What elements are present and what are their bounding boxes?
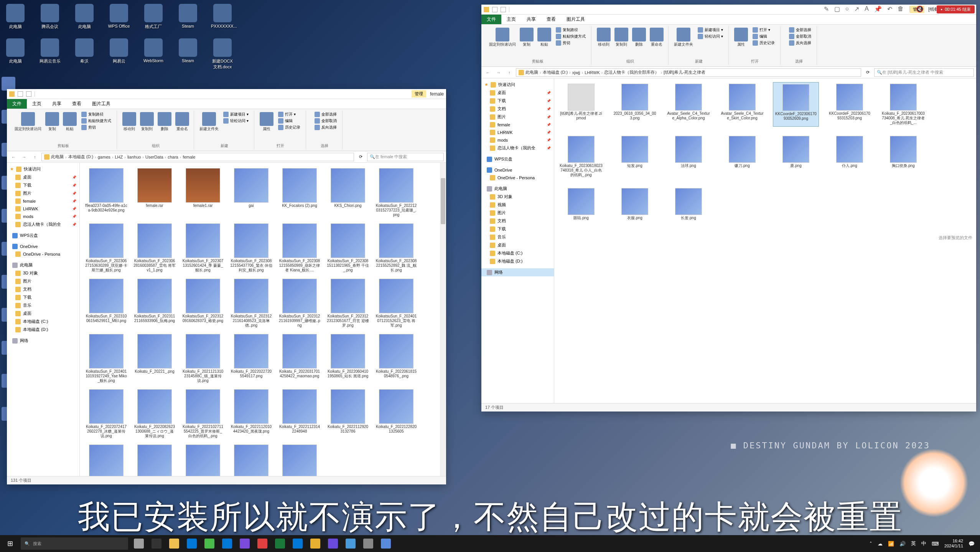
- file-item[interactable]: KoikatsuSun_F_20230815113821965_春野 千佳_.p…: [325, 222, 371, 274]
- desktop-icon[interactable]: Steam: [176, 38, 199, 70]
- sidebar-item[interactable]: 本地磁盘 (C:): [7, 317, 79, 326]
- breadcrumb-item[interactable]: female: [183, 155, 195, 159]
- ribbon-small-button[interactable]: 全部选择: [313, 111, 338, 117]
- ribbon-small-button[interactable]: 反向选择: [313, 124, 338, 131]
- file-item[interactable]: KoikatsuSun_F_20231121165933906_阮梅.png: [132, 277, 177, 329]
- breadcrumb-item[interactable]: LHZ: [115, 155, 123, 159]
- file-item[interactable]: 眼睛.png: [558, 187, 604, 222]
- recording-badge[interactable]: 00:01:45 结束: [937, 5, 975, 13]
- file-item[interactable]: [纸鹤]希儿-死生之律者.zipmod: [558, 82, 604, 127]
- menu-tab[interactable]: 主页: [501, 15, 521, 24]
- refresh-button[interactable]: ⟳: [356, 153, 365, 161]
- file-item[interactable]: KoikatsuSun_F_20221203152737223_珐露珊_.png: [374, 167, 419, 219]
- file-item[interactable]: Koikatu_F_20221120104423420_黑夜珑.png: [229, 388, 274, 440]
- minimize-icon[interactable]: —: [929, 5, 935, 13]
- file-item[interactable]: Koikatu_F_20220724172602278_冰糖_蓬莱传说.png: [84, 388, 129, 440]
- text-icon[interactable]: A: [865, 5, 869, 13]
- taskbar-app[interactable]: [360, 535, 377, 552]
- edit-icon[interactable]: ✎: [824, 5, 829, 13]
- management-tab[interactable]: 管理: [412, 90, 426, 98]
- sidebar-item[interactable]: 本地磁盘 (C:): [481, 249, 554, 257]
- sidebar-item[interactable]: 桌面📌: [7, 173, 79, 181]
- file-item[interactable]: KoikatsuSun_F_20230627153630289_琪亚娜·卡斯兰娜…: [84, 222, 129, 274]
- desktop-icon[interactable]: [2, 77, 15, 91]
- file-item[interactable]: 鹿.png: [773, 134, 819, 179]
- menu-tab[interactable]: 图片工具: [87, 99, 116, 109]
- ribbon-button[interactable]: 粘贴: [62, 111, 77, 132]
- sidebar-item[interactable]: 音乐: [7, 301, 79, 309]
- taskbar-app[interactable]: [166, 535, 183, 552]
- sidebar-section-header[interactable]: OneDrive: [481, 166, 554, 174]
- ribbon-small-button[interactable]: 全部取消: [787, 33, 813, 40]
- breadcrumb-item[interactable]: 本地磁盘 (D:): [68, 154, 93, 160]
- file-item[interactable]: 衣服.png: [612, 187, 658, 222]
- ribbon-button[interactable]: 属性: [733, 27, 749, 47]
- breadcrumb-item[interactable]: 本地磁盘 (D:): [543, 69, 568, 75]
- qa-icon[interactable]: [492, 7, 497, 12]
- file-item[interactable]: KoikatsuSun_F_20231221161939997_娜维娅..png: [277, 277, 322, 329]
- tray-volume-icon[interactable]: 🔊: [899, 541, 906, 547]
- qa-icon[interactable]: [18, 91, 23, 97]
- ribbon-small-button[interactable]: 剪切: [554, 40, 587, 46]
- taskbar-app[interactable]: [377, 535, 394, 552]
- ribbon-button[interactable]: 重命名: [175, 111, 190, 132]
- sidebar-item[interactable]: 图片📌: [481, 113, 554, 121]
- file-item[interactable]: 镰刀.png: [719, 134, 765, 179]
- file-item[interactable]: 法球.png: [665, 134, 712, 179]
- sidebar-item[interactable]: 恋活人物卡（我的全📌: [7, 220, 79, 228]
- sidebar-item[interactable]: 桌面📌: [481, 89, 554, 97]
- taskbar-app[interactable]: [219, 535, 236, 552]
- taskbar-app[interactable]: [289, 535, 306, 552]
- ribbon-small-button[interactable]: 打开 ▾: [277, 111, 302, 117]
- file-item[interactable]: female.rar: [132, 167, 177, 219]
- breadcrumb-item[interactable]: [纸鹤]希儿-死生之律者: [664, 69, 705, 75]
- file-item[interactable]: Koikatu_F_20221_.png: [132, 332, 177, 385]
- breadcrumb-item[interactable]: LHRWK: [585, 70, 600, 75]
- file-item[interactable]: Koikatu_F_20221027115542225_普罗米修斯_白色的纸鹤_…: [180, 388, 226, 440]
- breadcrumb-item[interactable]: chara: [168, 155, 178, 159]
- sidebar-item[interactable]: 文档: [481, 217, 554, 225]
- sidebar-section-header[interactable]: WPS云盘: [481, 155, 554, 163]
- ribbon-small-button[interactable]: 粘贴快捷方式: [80, 118, 113, 124]
- desktop-icon[interactable]: 网易云: [107, 38, 130, 70]
- sidebar-item[interactable]: 音乐: [481, 233, 554, 241]
- file-item[interactable]: Koikatu_F_20220227205549117.png: [229, 332, 274, 385]
- sidebar-section-header[interactable]: OneDrive: [7, 243, 79, 250]
- desktop-icon[interactable]: PXXXXXXX...: [211, 4, 234, 30]
- ribbon-small-button[interactable]: 轻松访问 ▾: [696, 33, 725, 40]
- desktop-icon[interactable]: 新建DOCX文档.docx: [211, 38, 234, 70]
- ribbon-button[interactable]: 复制到: [139, 111, 155, 132]
- ribbon-button[interactable]: 固定到快速访问: [14, 111, 42, 132]
- desktop-icon[interactable]: 此电脑: [73, 4, 96, 30]
- ribbon-button[interactable]: 属性: [259, 111, 274, 132]
- file-item[interactable]: Koikatu_F_20220618150548976_.png: [374, 332, 419, 385]
- file-item[interactable]: gai: [229, 167, 274, 219]
- desktop-icon[interactable]: 腾讯会议: [38, 4, 61, 30]
- file-item[interactable]: KKCoordeF_20230617093315203.png: [827, 82, 873, 127]
- file-item[interactable]: Koikatu_F_20230104155303119: [84, 443, 129, 476]
- breadcrumb-item[interactable]: games: [98, 155, 110, 159]
- sidebar-item[interactable]: 文档: [7, 285, 79, 293]
- file-item[interactable]: KoikatsuSun_F_20231223123051677_符玄 迎楼罗.p…: [325, 277, 371, 329]
- sidebar-item[interactable]: 本地磁盘 (D:): [481, 257, 554, 265]
- sidebar-section-header[interactable]: WPS云盘: [7, 231, 79, 240]
- sidebar-item[interactable]: 视频: [481, 201, 554, 209]
- desktop-icon[interactable]: 此电脑: [4, 4, 27, 30]
- file-item[interactable]: Koikatu_F_20230618023748318_希儿 仆人_白色的纸鹤_…: [558, 134, 604, 179]
- breadcrumb-item[interactable]: lianhuo: [127, 155, 141, 159]
- sidebar-item[interactable]: 本地磁盘 (D:): [7, 326, 79, 334]
- search-input[interactable]: 🔍 在 [纸鹤]希儿-死生之律者 中搜索: [874, 68, 974, 77]
- sidebar-item[interactable]: mods📌: [7, 213, 79, 220]
- breadcrumb-item[interactable]: 恋活人物卡（我的全部库存）: [604, 69, 659, 75]
- ribbon-small-button[interactable]: 复制路径: [80, 111, 113, 117]
- desktop-icon[interactable]: WPS Office: [107, 4, 130, 30]
- pin-icon[interactable]: 📌: [874, 5, 882, 13]
- desktop-icon[interactable]: 此电脑: [4, 38, 27, 70]
- ribbon-small-button[interactable]: 历史记录: [751, 40, 776, 46]
- refresh-button[interactable]: ⟳: [863, 68, 872, 77]
- ribbon-button[interactable]: 删除: [157, 111, 172, 132]
- ribbon-small-button[interactable]: 粘贴快捷方式: [554, 33, 587, 40]
- ribbon-small-button[interactable]: 全部取消: [313, 118, 338, 124]
- file-item[interactable]: KoikatsuSun_F_20240107123152623_雷电 将军.pn…: [374, 277, 419, 329]
- file-content-area[interactable]: [纸鹤]希儿-死生之律者.zipmod2023_0618_0356_34_003…: [554, 78, 976, 403]
